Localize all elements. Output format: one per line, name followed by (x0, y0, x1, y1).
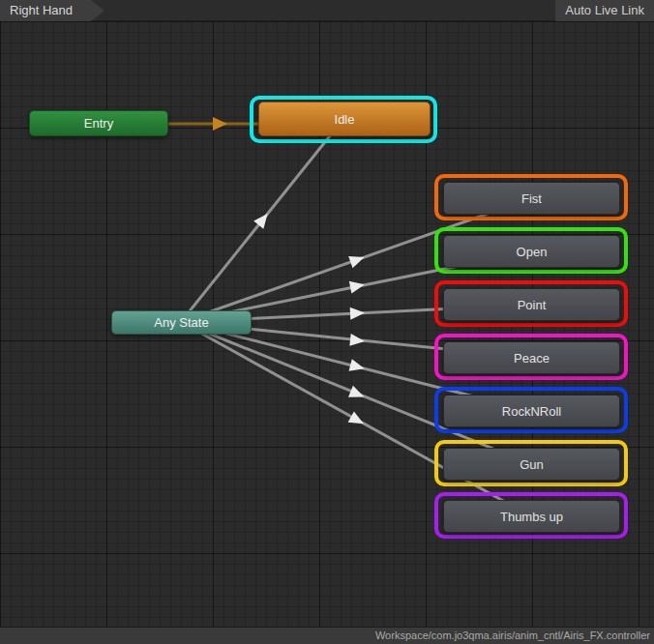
node-idle[interactable]: Idle (258, 102, 431, 136)
transition-arrowhead-peace[interactable] (349, 334, 365, 347)
node-any-state[interactable]: Any State (111, 310, 252, 335)
transition-arrowhead-gun[interactable] (348, 386, 367, 403)
node-fist[interactable]: Fist (443, 182, 620, 215)
node-peace-label: Peace (514, 351, 550, 366)
status-bar: Workspace/com.jo3qma.airis/anim_cntl/Air… (0, 627, 654, 644)
node-thumbsup-label: Thumbs up (500, 510, 563, 524)
node-open[interactable]: Open (443, 235, 620, 268)
node-gun-label: Gun (520, 457, 544, 472)
breadcrumb-layer-right-hand[interactable]: Right Hand (0, 0, 104, 21)
node-gun[interactable]: Gun (443, 448, 620, 481)
transition-arrowhead-rocknroll[interactable] (349, 359, 367, 374)
auto-live-link-button[interactable]: Auto Live Link (554, 0, 654, 21)
node-rocknroll-label: RockNRoll (502, 404, 561, 419)
node-open-label: Open (517, 245, 548, 259)
auto-live-link-label: Auto Live Link (565, 3, 644, 17)
node-thumbsup[interactable]: Thumbs up (443, 500, 620, 533)
node-any-state-label: Any State (154, 315, 208, 330)
transition-arrowhead-thumbsup[interactable] (348, 411, 367, 429)
node-point[interactable]: Point (443, 288, 620, 321)
animator-window: Right Hand Auto Live Link (0, 0, 654, 644)
breadcrumb-label: Right Hand (10, 3, 73, 17)
node-fist-label: Fist (521, 191, 542, 206)
transition-entry-arrowhead[interactable] (213, 117, 227, 131)
transition-arrowhead-fist[interactable] (348, 251, 366, 268)
node-peace[interactable]: Peace (443, 341, 620, 374)
state-machine-canvas[interactable]: Entry Idle Any State Fist Open Point Pea… (0, 21, 654, 627)
transition-arrowhead-point[interactable] (350, 307, 366, 320)
controller-asset-path: Workspace/com.jo3qma.airis/anim_cntl/Air… (375, 629, 650, 641)
node-rocknroll[interactable]: RockNRoll (443, 395, 620, 427)
node-point-label: Point (518, 298, 547, 312)
animator-toolbar: Right Hand Auto Live Link (0, 0, 654, 21)
node-entry[interactable]: Entry (29, 110, 168, 136)
node-idle-label: Idle (335, 112, 355, 127)
node-entry-label: Entry (84, 116, 113, 131)
